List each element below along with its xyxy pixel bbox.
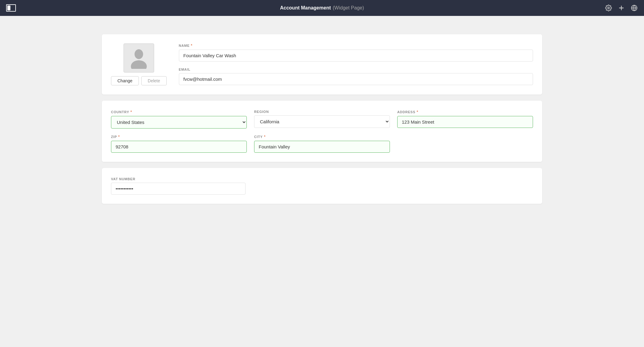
globe-icon[interactable]	[631, 4, 638, 12]
svg-point-5	[135, 49, 143, 59]
vat-card: VAT NUMBER	[102, 168, 542, 204]
svg-point-6	[131, 60, 147, 69]
delete-photo-button[interactable]: Delete	[141, 76, 166, 85]
zip-required-star: *	[118, 135, 120, 139]
email-label: EMAIL	[179, 68, 533, 71]
profile-card: Change Delete NAME * EMAIL	[102, 34, 542, 95]
name-input[interactable]	[179, 50, 533, 62]
zip-input[interactable]	[111, 141, 247, 153]
city-required-star: *	[264, 135, 265, 139]
name-label: NAME *	[179, 43, 533, 48]
region-select[interactable]: California	[254, 115, 390, 128]
avatar	[124, 43, 154, 73]
topbar: Account Management (Widget Page)	[0, 0, 644, 16]
sidebar-toggle-button[interactable]	[6, 4, 16, 12]
email-input[interactable]	[179, 73, 533, 85]
zip-label: ZIP *	[111, 135, 247, 139]
address-input[interactable]	[397, 116, 533, 128]
add-icon[interactable]	[618, 4, 625, 12]
name-required-star: *	[191, 43, 192, 48]
page-content: Change Delete NAME * EMAIL	[93, 16, 551, 219]
zip-field-group: ZIP *	[111, 135, 247, 153]
country-select[interactable]: United States	[111, 116, 247, 129]
settings-icon[interactable]	[605, 4, 612, 12]
email-field-group: EMAIL	[179, 68, 533, 85]
vat-label: VAT NUMBER	[111, 177, 246, 181]
name-field-group: NAME *	[179, 43, 533, 62]
country-label: COUNTRY *	[111, 110, 247, 114]
page-title-sub: (Widget Page)	[333, 5, 364, 11]
region-label: REGION	[254, 110, 390, 114]
address-field-group: ADDRESS *	[397, 110, 533, 129]
city-field-group: CITY *	[254, 135, 390, 153]
country-field-group: COUNTRY * United States	[111, 110, 247, 129]
city-label: CITY *	[254, 135, 390, 139]
svg-point-0	[608, 7, 609, 9]
city-input[interactable]	[254, 141, 390, 153]
change-photo-button[interactable]: Change	[111, 76, 139, 85]
region-field-group: REGION California	[254, 110, 390, 129]
address-card: COUNTRY * United States REGION Californi…	[102, 101, 542, 162]
vat-input[interactable]	[111, 183, 246, 195]
country-required-star: *	[131, 110, 132, 114]
address-label: ADDRESS *	[397, 110, 533, 114]
page-title-bold: Account Management	[280, 5, 331, 11]
vat-field-group: VAT NUMBER	[111, 177, 246, 195]
address-required-star: *	[416, 110, 418, 114]
